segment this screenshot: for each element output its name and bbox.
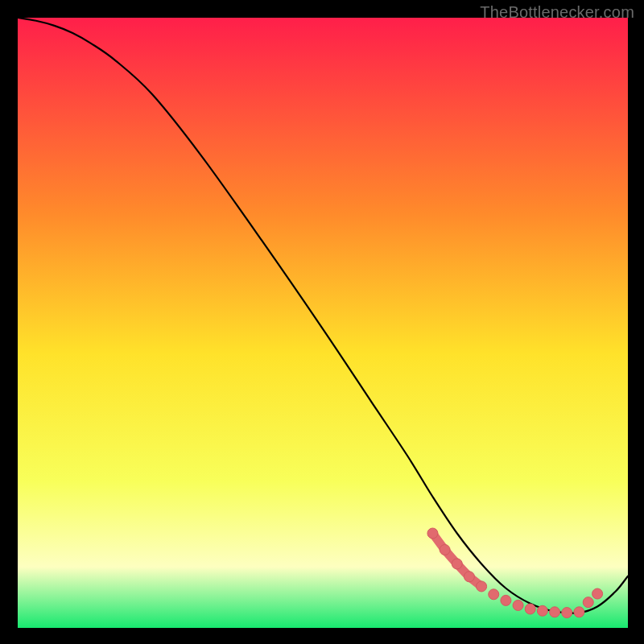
- curve-marker: [489, 589, 499, 600]
- curve-marker: [537, 605, 547, 616]
- watermark-text: TheBottlenecker.com: [480, 3, 634, 22]
- curve-marker: [452, 559, 462, 569]
- chart-stage: TheBottlenecker.com: [0, 0, 644, 644]
- curve-marker: [427, 528, 438, 539]
- curve-marker: [513, 600, 523, 610]
- curve-marker: [440, 544, 450, 555]
- curve-marker: [583, 597, 593, 608]
- plot-area: [18, 18, 628, 628]
- curve-marker: [550, 607, 560, 617]
- curve-marker: [477, 581, 487, 592]
- curve-marker: [464, 572, 474, 582]
- curve-marker: [525, 604, 535, 614]
- curve-marker: [562, 608, 572, 618]
- gradient-background: [18, 18, 628, 628]
- chart-svg: [18, 18, 628, 628]
- curve-marker: [501, 595, 511, 605]
- curve-marker: [592, 588, 603, 599]
- curve-marker: [574, 607, 584, 617]
